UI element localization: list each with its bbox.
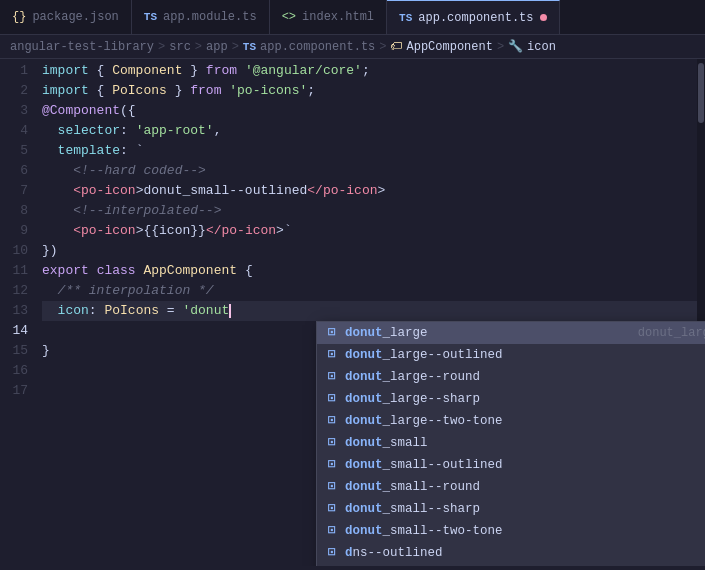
ac-item-label: done--outlined (345, 565, 705, 566)
line-number: 14 (8, 321, 28, 341)
token-ident: icon (159, 221, 190, 241)
token-dec: @Component (42, 101, 120, 121)
token-str: '@angular/core' (245, 61, 362, 81)
ac-match-text: donut (345, 326, 383, 340)
ac-match-text: donut (345, 414, 383, 428)
code-line: @Component({ (42, 101, 705, 121)
token-tag: </po-icon (206, 221, 276, 241)
token-punc (42, 301, 58, 321)
token-str: 'donut (182, 301, 229, 321)
token-kw: export (42, 261, 89, 281)
autocomplete-item[interactable]: ⊡donut_large--outlined (317, 344, 705, 366)
ac-item-icon: ⊡ (325, 414, 339, 428)
ac-match-text: donut (345, 436, 383, 450)
ac-item-icon: ⊡ (325, 370, 339, 384)
ac-item-icon: ⊡ (325, 480, 339, 494)
code-line: <!--interpolated--> (42, 201, 705, 221)
breadcrumb-part: > (195, 40, 202, 54)
breadcrumb-part: > (497, 40, 504, 54)
token-cls: AppComponent (143, 261, 237, 281)
ac-rest-text: _small--sharp (383, 502, 481, 516)
token-tag: <po-icon (73, 181, 135, 201)
token-punc (42, 141, 58, 161)
line-number: 3 (8, 101, 28, 121)
ac-item-label: dns--outlined (345, 543, 705, 563)
token-tag: </po-icon (307, 181, 377, 201)
line-number: 2 (8, 81, 28, 101)
breadcrumb-part: icon (527, 40, 556, 54)
token-punc: } (182, 61, 205, 81)
ac-item-icon: ⊡ (325, 546, 339, 560)
line-number: 5 (8, 141, 28, 161)
tab-package-json[interactable]: {}package.json (0, 0, 132, 34)
token-kw: from (206, 61, 237, 81)
autocomplete-item[interactable]: ⊡donut_small (317, 432, 705, 454)
autocomplete-item[interactable]: ⊡dns--outlined (317, 542, 705, 564)
code-line: import { PoIcons } from 'po-icons'; (42, 81, 705, 101)
token-punc (237, 61, 245, 81)
code-line: icon: PoIcons = 'donut (42, 301, 705, 321)
token-punc (42, 321, 58, 341)
autocomplete-item[interactable]: ⊡donut_small--two-tone (317, 520, 705, 542)
line-number: 9 (8, 221, 28, 241)
token-punc (136, 261, 144, 281)
autocomplete-item[interactable]: ⊡donut_largedonut_large (317, 322, 705, 344)
ac-rest-text: _large--sharp (383, 392, 481, 406)
token-cmmt: /** interpolation */ (58, 281, 214, 301)
tab-app-component-ts[interactable]: TSapp.component.ts (387, 0, 559, 34)
token-punc: : (89, 301, 105, 321)
code-line: <!--hard coded--> (42, 161, 705, 181)
ac-rest-text: _small--two-tone (383, 524, 503, 538)
ac-rest-text: _large--outlined (383, 348, 503, 362)
token-punc (221, 81, 229, 101)
ac-match-text: donut (345, 458, 383, 472)
token-punc: > (136, 181, 144, 201)
tab-index-html[interactable]: <>index.html (270, 0, 387, 34)
line-number: 15 (8, 341, 28, 361)
ac-item-icon: ⊡ (325, 326, 339, 340)
ac-item-icon: ⊡ (325, 524, 339, 538)
autocomplete-item[interactable]: ⊡donut_large--round (317, 366, 705, 388)
token-punc: } (42, 341, 50, 361)
line-number: 11 (8, 261, 28, 281)
line-number: 4 (8, 121, 28, 141)
scrollbar-thumb[interactable] (698, 63, 704, 123)
json-icon: {} (12, 10, 26, 24)
line-number: 7 (8, 181, 28, 201)
autocomplete-item[interactable]: ⊡donut_small--sharp (317, 498, 705, 520)
token-cls: PoIcons (104, 301, 159, 321)
token-punc: ; (307, 81, 315, 101)
ac-rest-text: _small (383, 436, 428, 450)
ac-match-text: donut (345, 480, 383, 494)
tab-app-module-ts[interactable]: TSapp.module.ts (132, 0, 270, 34)
token-imp: import (42, 61, 89, 81)
ac-match-text: donut (345, 392, 383, 406)
token-str: 'po-icons' (229, 81, 307, 101)
breadcrumb-part: app.component.ts (260, 40, 375, 54)
autocomplete-item[interactable]: ⊡donut_large--sharp (317, 388, 705, 410)
text-cursor (229, 304, 231, 318)
token-punc (89, 261, 97, 281)
autocomplete-dropdown[interactable]: ⊡donut_largedonut_large⊡donut_large--out… (316, 321, 705, 566)
line-number: 1 (8, 61, 28, 81)
ac-item-label: donut_large--outlined (345, 345, 705, 365)
ac-item-label: donut_small--two-tone (345, 521, 705, 541)
token-cls: Component (112, 61, 182, 81)
code-line: <po-icon>{{icon}}</po-icon>` (42, 221, 705, 241)
breadcrumb-part: 🏷 (390, 39, 402, 54)
autocomplete-item[interactable]: ⊡done--outlined (317, 564, 705, 566)
token-cmmt: <!--hard coded--> (73, 161, 206, 181)
code-content[interactable]: import { Component } from '@angular/core… (38, 59, 705, 566)
token-punc: }} (190, 221, 206, 241)
ac-item-label: donut_small--sharp (345, 499, 705, 519)
breadcrumb-part: angular-test-library (10, 40, 154, 54)
ts-icon: TS (144, 11, 157, 23)
token-punc: { (89, 61, 112, 81)
ac-item-label: donut_small (345, 433, 705, 453)
autocomplete-item[interactable]: ⊡donut_small--outlined (317, 454, 705, 476)
breadcrumb-part: src (169, 40, 191, 54)
autocomplete-item[interactable]: ⊡donut_small--round (317, 476, 705, 498)
autocomplete-item[interactable]: ⊡donut_large--two-tone (317, 410, 705, 432)
token-prop: template (58, 141, 120, 161)
token-punc: } (167, 81, 190, 101)
